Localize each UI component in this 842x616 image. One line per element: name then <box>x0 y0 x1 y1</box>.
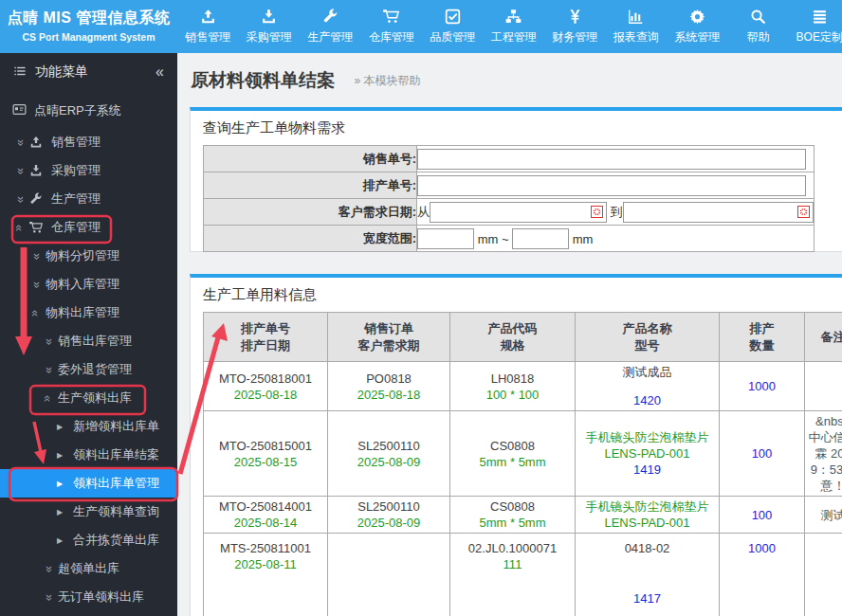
sidebar-item-material-inbound[interactable]: «物料入库管理 <box>0 270 177 299</box>
cell-text: 2025-08-14 <box>207 515 324 531</box>
width-range-label: 宽度范围: <box>204 226 417 252</box>
column-header: 排产单号排产日期 <box>204 313 328 362</box>
sidebar-item-label: 委外退货管理 <box>58 361 132 378</box>
sidebar-item-sales-outbound[interactable]: «销售出库管理 <box>0 327 177 355</box>
cell-link[interactable]: 1420 <box>578 392 716 408</box>
sidebar-collapse-button[interactable]: « <box>156 63 164 81</box>
sidebar-item-label: 无订单领料出库 <box>58 589 144 606</box>
chevron-double-down-icon: « <box>13 165 26 177</box>
chevron-double-down-icon: « <box>42 591 54 604</box>
sidebar-item-new-picking-order[interactable]: ▶新增领料出库单 <box>0 412 177 441</box>
width-max-input[interactable] <box>512 228 569 249</box>
chevron-double-down-icon: « <box>42 563 54 575</box>
cell-text: CS0808 <box>453 438 572 454</box>
sidebar-item-merged-picking-outbound[interactable]: ▶合并拣货单出库 <box>0 526 177 554</box>
sidebar-item-label: 超领单出库 <box>58 560 119 577</box>
sidebar-item-erp-root[interactable]: 点晴ERP子系统 <box>0 98 177 124</box>
width-min-input[interactable] <box>417 228 474 249</box>
table-cell: SL25001102025-08-09 <box>328 497 450 534</box>
nav-item-purchase[interactable]: 采购管理 <box>239 0 301 53</box>
nav-item-boe-custom[interactable]: BOE定制 <box>789 0 842 53</box>
sidebar-item-purchase[interactable]: «采购管理 <box>0 156 177 185</box>
sidebar-item-production-picking-query[interactable]: ▶生产领料单查询 <box>0 498 177 526</box>
cell-text: SL2500110 <box>331 498 447 515</box>
cell-link[interactable]: 1000 <box>723 540 801 556</box>
caret-right-icon: ▶ <box>57 451 69 460</box>
sidebar-item-picking-order-management[interactable]: ▶领料出库单管理 <box>0 469 177 498</box>
list-icon <box>13 64 35 81</box>
cell-text: 2025-08-18 <box>331 387 447 403</box>
table-row: MTS-2508110012025-08-1102.JL0.1000071111… <box>204 534 842 616</box>
table-cell: 测试 <box>805 497 842 534</box>
sidebar-item-picking-order-close[interactable]: ▶领料出库单结案 <box>0 441 177 469</box>
cell-link[interactable]: 1417 <box>578 590 716 607</box>
nav-item-quality[interactable]: 品质管理 <box>422 0 484 53</box>
nav-item-help[interactable]: 帮助 <box>728 0 790 53</box>
cell-link[interactable]: 100 <box>723 445 801 462</box>
nav-item-sales[interactable]: 销售管理 <box>177 0 239 53</box>
cell-text: 9：53： <box>808 462 842 478</box>
date-picker-icon[interactable] <box>797 206 810 218</box>
sidebar-item-no-order-picking[interactable]: «无订单领料出库 <box>0 583 177 611</box>
table-row: MTO-2508140012025-08-14SL25001102025-08-… <box>204 497 842 534</box>
sidebar-item-production-picking[interactable]: «生产领料出库 <box>0 384 177 412</box>
table-cell: SL25001102025-08-09 <box>328 411 450 497</box>
nav-item-label: 帮助 <box>728 29 790 45</box>
sidebar-item-outsource-return[interactable]: «委外退货管理 <box>0 355 177 384</box>
nav-item-system[interactable]: 系统管理 <box>667 0 728 53</box>
cell-text: 02.JL0.1000071 <box>453 540 572 556</box>
cart-icon <box>361 9 423 27</box>
table-cell: 0418-021417 <box>576 534 720 616</box>
cell-link[interactable]: 1000 <box>723 378 801 394</box>
app-subtitle: CS Port Managment System <box>0 31 177 43</box>
sidebar-item-material-outbound[interactable]: «物料出库管理 <box>0 299 177 327</box>
date-picker-icon[interactable] <box>591 206 603 218</box>
cell-text: 意！ <box>808 478 842 494</box>
sidebar-item-over-picking-outbound[interactable]: «超领单出库 <box>0 554 177 583</box>
cell-link[interactable]: 100 <box>723 507 801 523</box>
chevron-double-down-icon: « <box>29 279 42 291</box>
table-cell: MTO-2508150012025-08-15 <box>204 411 328 497</box>
nav-item-production[interactable]: 生产管理 <box>300 0 361 53</box>
sidebar-item-label: 销售出库管理 <box>58 333 132 350</box>
sidebar-item-sales[interactable]: «销售管理 <box>0 128 177 156</box>
sidebar-item-label: 领料出库单结案 <box>73 446 159 463</box>
page-header: 原材料领料单结案 » 本模块帮助 <box>177 53 842 106</box>
nav-item-warehouse[interactable]: 仓库管理 <box>361 0 423 53</box>
cell-text: 5mm * 5mm <box>453 454 572 470</box>
nav-item-label: 仓库管理 <box>361 29 423 45</box>
cell-text: 0418-02 <box>578 540 716 556</box>
chevron-double-down-icon: « <box>13 136 26 149</box>
date-to-input[interactable] <box>623 202 814 223</box>
plan-no-input[interactable] <box>417 175 806 196</box>
nav-item-engineering[interactable]: 工程管理 <box>484 0 545 53</box>
cell-text: 测试 <box>808 507 842 523</box>
nav-item-label: 系统管理 <box>667 29 728 45</box>
demand-date-label: 客户需求日期: <box>204 199 417 226</box>
download-icon <box>239 9 301 27</box>
nav-item-reports[interactable]: 报表查询 <box>606 0 668 53</box>
column-header: 产品名称型号 <box>576 313 720 362</box>
table-cell: 100 <box>720 411 805 497</box>
cart-icon <box>29 221 43 234</box>
sidebar-item-production[interactable]: «生产管理 <box>0 185 177 213</box>
cell-text: 手机镜头防尘泡棉垫片 <box>578 429 716 445</box>
module-help-link[interactable]: » 本模块帮助 <box>354 74 420 87</box>
nav-item-finance[interactable]: 财务管理 <box>544 0 606 53</box>
cell-text: 中心信息 <box>808 429 842 445</box>
cell-text: 2025-08-09 <box>331 515 447 531</box>
cell-text: 5mm * 5mm <box>453 515 572 531</box>
plan-no-label: 排产单号: <box>204 172 417 199</box>
nav-item-label: 工程管理 <box>484 29 545 45</box>
cell-text: 2025-08-11 <box>207 556 324 572</box>
cell-link[interactable]: 1419 <box>578 462 716 478</box>
sidebar-item-warehouse[interactable]: «仓库管理 <box>0 213 177 242</box>
table-cell: CS08085mm * 5mm <box>450 411 576 497</box>
sales-no-input[interactable] <box>417 149 806 170</box>
sidebar-item-material-slitting[interactable]: «物料分切管理 <box>0 242 177 270</box>
query-form: 销售单号: 排产单号: 客户需求日期: 从 到 宽度范围: mm ~ <box>203 145 815 252</box>
date-from-input[interactable] <box>430 202 607 223</box>
sidebar-item-label: 生产领料出库 <box>58 390 132 407</box>
cell-text: 100 * 100 <box>453 387 572 403</box>
query-panel-title: 查询生产工单物料需求 <box>203 119 842 137</box>
